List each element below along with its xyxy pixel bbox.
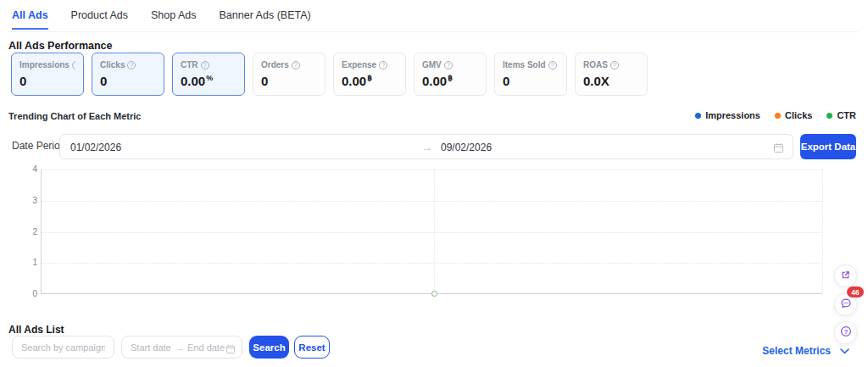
- legend-dot-clicks: [775, 113, 781, 119]
- metric-card-items-sold[interactable]: Items Sold 0: [494, 53, 567, 96]
- calendar-icon: [773, 142, 784, 157]
- metric-value: 0: [503, 74, 559, 88]
- help-circle-icon: [379, 61, 387, 70]
- tab-bar: All Ads Product Ads Shop Ads Banner Ads …: [12, 9, 311, 30]
- help-circle-icon: [292, 61, 300, 70]
- ads-list-title: All Ads List: [8, 324, 64, 336]
- export-data-button[interactable]: Export Data: [800, 134, 856, 159]
- metric-label: Clicks: [100, 60, 125, 70]
- help-circle-icon: [548, 61, 557, 70]
- search-button[interactable]: Search: [249, 336, 289, 359]
- metric-label: Expense: [342, 60, 376, 70]
- legend-item-ctr[interactable]: CTR: [826, 110, 856, 120]
- ctr-data-point[interactable]: [431, 291, 437, 297]
- trending-chart-title: Trending Chart of Each Metric: [8, 111, 141, 121]
- metric-value: 0: [261, 74, 317, 88]
- calendar-icon: [225, 342, 236, 358]
- metric-label: Orders: [261, 60, 289, 70]
- metric-value: 0: [19, 74, 75, 88]
- gridline-h: [42, 170, 822, 170]
- date-period-end[interactable]: 09/02/2026: [441, 142, 492, 153]
- help-circle-icon: ?: [840, 325, 852, 341]
- y-axis-tick: 3: [24, 196, 37, 205]
- legend-item-impressions[interactable]: Impressions: [695, 110, 760, 120]
- tab-banner-ads[interactable]: Banner Ads (BETA): [220, 9, 311, 30]
- gridline-v: [822, 170, 823, 293]
- metric-label: ROAS: [583, 60, 608, 70]
- y-axis-tick: 0: [24, 289, 37, 298]
- metric-card-impressions[interactable]: Impressions 0: [11, 53, 84, 96]
- metric-label: CTR: [181, 60, 198, 70]
- svg-text:?: ?: [843, 327, 848, 335]
- metric-value: 0.00฿: [342, 74, 398, 88]
- help-button[interactable]: ?: [834, 321, 857, 344]
- tab-divider: [7, 31, 858, 32]
- share-arrow-button[interactable]: [834, 264, 857, 287]
- chat-bubble-icon: [840, 297, 852, 313]
- date-period-label: Date Period: [12, 140, 65, 152]
- tab-all-ads[interactable]: All Ads: [12, 9, 48, 30]
- select-metrics-control[interactable]: Select Metrics: [762, 345, 849, 357]
- metric-card-orders[interactable]: Orders 0: [253, 53, 326, 96]
- metric-value: 0: [100, 74, 156, 88]
- list-date-range-picker[interactable]: Start date → End date: [121, 336, 242, 359]
- help-circle-icon: [127, 61, 136, 70]
- metric-card-ctr[interactable]: CTR 0.00%: [172, 53, 245, 96]
- date-period-range-picker[interactable]: 01/02/2026 → 09/02/2026: [59, 134, 793, 159]
- y-axis-tick: 4: [24, 164, 37, 174]
- date-range-arrow: →: [175, 342, 185, 353]
- tab-product-ads[interactable]: Product Ads: [71, 9, 128, 30]
- help-circle-icon: [72, 61, 75, 70]
- gridline-h: [42, 263, 822, 264]
- legend-dot-ctr: [826, 113, 832, 119]
- date-range-arrow: →: [422, 142, 432, 153]
- chevron-down-icon[interactable]: [840, 345, 849, 357]
- share-arrow-icon: [840, 269, 851, 284]
- metric-card-expense[interactable]: Expense 0.00฿: [333, 53, 406, 96]
- legend-item-clicks[interactable]: Clicks: [775, 110, 812, 120]
- start-date-placeholder[interactable]: Start date: [131, 342, 171, 353]
- help-circle-icon: [201, 61, 209, 70]
- chart-legend: Impressions Clicks CTR: [695, 110, 856, 120]
- help-circle-icon: [444, 61, 453, 70]
- metric-value: 0.00฿: [422, 74, 478, 88]
- legend-dot-impressions: [695, 113, 701, 119]
- metric-label: GMV: [422, 60, 442, 70]
- metric-value: 0.0X: [583, 74, 639, 88]
- select-metrics-label: Select Metrics: [762, 345, 831, 357]
- trending-chart-plot[interactable]: [41, 170, 822, 294]
- reset-button[interactable]: Reset: [294, 336, 330, 359]
- gridline-h: [42, 201, 822, 202]
- y-axis-tick: 2: [24, 227, 37, 236]
- metric-card-clicks[interactable]: Clicks 0: [92, 53, 164, 96]
- help-circle-icon: [610, 61, 619, 70]
- tab-shop-ads[interactable]: Shop Ads: [151, 9, 197, 30]
- performance-section-title: All Ads Performance: [8, 40, 113, 52]
- metric-card-gmv[interactable]: GMV 0.00฿: [414, 53, 487, 96]
- gridline-v: [434, 170, 435, 293]
- metric-card-roas[interactable]: ROAS 0.0X: [575, 53, 648, 96]
- gridline-h: [42, 232, 822, 233]
- chat-unread-badge: 46: [847, 286, 864, 297]
- y-axis-tick: 1: [24, 258, 37, 267]
- metric-label: Items Sold: [503, 60, 546, 70]
- metric-value: 0.00%: [181, 74, 236, 88]
- metric-cards-row: Impressions 0 Clicks 0 CTR 0.00% Orders …: [11, 53, 648, 96]
- end-date-placeholder[interactable]: End date: [187, 342, 225, 353]
- metric-label: Impressions: [19, 60, 70, 70]
- date-period-start[interactable]: 01/02/2026: [70, 142, 121, 153]
- campaign-search-input[interactable]: [12, 336, 114, 359]
